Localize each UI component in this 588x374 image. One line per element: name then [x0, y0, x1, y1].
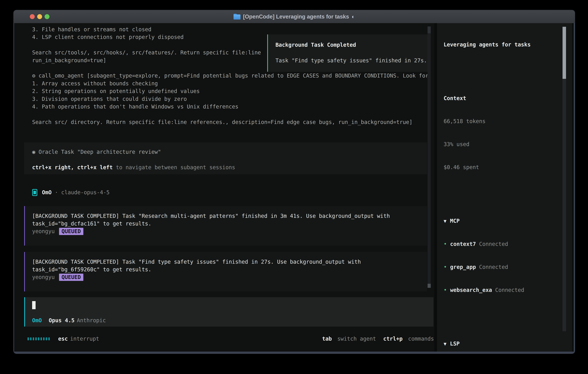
- context-used: 33% used: [444, 140, 563, 148]
- agent-model: claude-opus-4-5: [61, 189, 110, 196]
- zoom-button[interactable]: [44, 14, 50, 19]
- tab-key-hint: tab: [322, 336, 332, 342]
- text-cursor: [32, 301, 36, 309]
- close-button[interactable]: [30, 14, 35, 19]
- tab-key-label: switch agent: [337, 336, 376, 342]
- mcp-item: •websearch_exaConnected: [444, 286, 563, 294]
- esc-key-label: interrupt: [70, 335, 99, 343]
- window-title: [OpenCode] Leveraging agents for tasks ◐: [233, 14, 355, 20]
- input-provider-name: Anthropic: [77, 317, 106, 324]
- message-line: task_id="bg_dcfac161" to get results.: [32, 220, 427, 228]
- session-title: Leveraging agents for tasks: [444, 41, 563, 48]
- agent-separator: ·: [55, 189, 58, 196]
- context-tokens: 66,518 tokens: [444, 117, 563, 125]
- ctrlp-key-hint: ctrl+p: [383, 336, 403, 342]
- message-line: [BACKGROUND TASK COMPLETED] Task "Find t…: [32, 258, 427, 266]
- moon-icon: ◐: [352, 14, 355, 20]
- mcp-item: •grep_appConnected: [444, 263, 563, 271]
- esc-key-hint: esc: [58, 335, 68, 343]
- sidebar-scrollbar-thumb[interactable]: [563, 27, 566, 79]
- oracle-task-box: ◉ Oracle Task "Deep architecture review"…: [24, 143, 427, 174]
- app-window: [OpenCode] Leveraging agents for tasks ◐…: [14, 10, 575, 353]
- main-scrollbar-track[interactable]: [428, 26, 431, 288]
- message-line: [BACKGROUND TASK COMPLETED] Task "Resear…: [32, 212, 427, 220]
- status-dot-icon: •: [444, 263, 450, 271]
- oracle-task-title: ◉ Oracle Task "Deep architecture review": [32, 148, 427, 156]
- mcp-section-header[interactable]: ▼MCP: [444, 217, 563, 225]
- background-task-message: [BACKGROUND TASK COMPLETED] Task "Find t…: [24, 252, 427, 291]
- window-right-edge: [574, 23, 575, 353]
- lsp-section-header[interactable]: ▼LSP: [444, 340, 563, 348]
- context-header: Context: [444, 94, 563, 102]
- chevron-down-icon: ▼: [444, 217, 447, 225]
- message-user: yeongyu: [32, 273, 55, 281]
- window-bottom-edge: [14, 352, 575, 353]
- context-spent: $0.46 spent: [444, 163, 563, 171]
- minimize-button[interactable]: [37, 14, 42, 19]
- status-dot-icon: •: [444, 240, 450, 248]
- oracle-hint-keys: ctrl+x right, ctrl+x left: [32, 164, 113, 170]
- main-scrollbar-segment[interactable]: [428, 26, 431, 33]
- window-left-edge: [14, 23, 14, 353]
- status-badge: QUEUED: [59, 228, 83, 235]
- background-task-notification: Background Task Completed Task "Find typ…: [267, 34, 429, 72]
- agent-header: OmO · claude-opus-4-5: [32, 189, 110, 196]
- titlebar[interactable]: [OpenCode] Leveraging agents for tasks ◐: [14, 10, 575, 23]
- mcp-item: •context7Connected: [444, 240, 563, 248]
- status-dot-icon: •: [444, 286, 450, 294]
- prompt-input[interactable]: OmO Opus 4.5 Anthropic: [24, 297, 433, 327]
- status-bar: esc interrupt tab switch agent ctrl+p co…: [28, 335, 434, 343]
- spinner-dots-icon: [28, 337, 50, 340]
- status-badge: QUEUED: [59, 274, 83, 281]
- terminal-body: 3. File handles or streams not closed 4.…: [14, 23, 575, 353]
- folder-icon: [233, 14, 241, 20]
- input-model-name: Opus 4.5: [49, 317, 74, 324]
- oracle-hint-text: to navigate between subagent sessions: [113, 164, 235, 170]
- window-title-text: [OpenCode] Leveraging agents for tasks: [243, 14, 349, 20]
- input-agent-name: OmO: [32, 317, 42, 324]
- agent-icon: [32, 189, 37, 196]
- message-line: task_id="bg_6f59260c" to get results.: [32, 266, 427, 273]
- sidebar: Leveraging agents for tasks Context 66,5…: [437, 23, 572, 353]
- agent-name: OmO: [42, 189, 52, 196]
- notification-title: Background Task Completed: [275, 41, 428, 49]
- notification-body: Task "Find type safety issues" finished …: [275, 57, 428, 64]
- message-user: yeongyu: [32, 228, 55, 235]
- chevron-down-icon: ▼: [444, 340, 447, 348]
- ctrlp-key-label: commands: [408, 336, 434, 342]
- background-task-message: [BACKGROUND TASK COMPLETED] Task "Resear…: [24, 206, 427, 246]
- main-scrollbar-thumb[interactable]: [428, 284, 431, 288]
- traffic-lights: [30, 14, 50, 19]
